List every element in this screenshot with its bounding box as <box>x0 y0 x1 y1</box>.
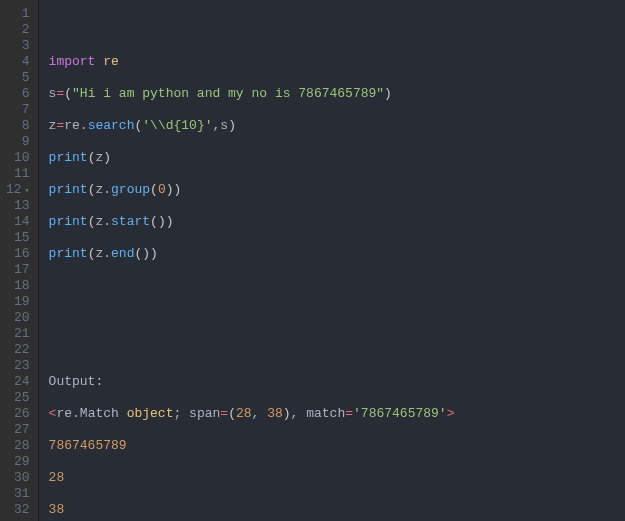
code-line[interactable]: print(z.start()) <box>49 214 625 230</box>
code-line[interactable] <box>49 342 625 358</box>
line-number: 10 <box>6 150 30 166</box>
line-number: 23 <box>6 358 30 374</box>
code-line[interactable]: print(z) <box>49 150 625 166</box>
line-number: 7 <box>6 102 30 118</box>
line-number: 11 <box>6 166 30 182</box>
line-number: 3 <box>6 38 30 54</box>
line-number: 28 <box>6 438 30 454</box>
line-number: 20 <box>6 310 30 326</box>
code-line[interactable] <box>49 310 625 326</box>
code-editor[interactable]: import re s=("Hi i am python and my no i… <box>39 0 625 521</box>
code-line[interactable] <box>49 22 625 38</box>
line-number: 6 <box>6 86 30 102</box>
line-number: 19 <box>6 294 30 310</box>
line-number: 4 <box>6 54 30 70</box>
line-number: 31 <box>6 486 30 502</box>
line-number: 16 <box>6 246 30 262</box>
fold-icon[interactable]: ▾ <box>22 183 30 199</box>
line-number: 15 <box>6 230 30 246</box>
line-number: 13 <box>6 198 30 214</box>
code-line[interactable]: s=("Hi i am python and my no is 78674657… <box>49 86 625 102</box>
line-number: 26 <box>6 406 30 422</box>
code-line[interactable]: import re <box>49 54 625 70</box>
line-number: 12▾ <box>6 182 30 198</box>
line-number: 14 <box>6 214 30 230</box>
line-number: 8 <box>6 118 30 134</box>
line-number: 5 <box>6 70 30 86</box>
line-number: 30 <box>6 470 30 486</box>
code-line[interactable]: Output: <box>49 374 625 390</box>
code-line[interactable]: 7867465789 <box>49 438 625 454</box>
code-line[interactable]: <re.Match object; span=(28, 38), match='… <box>49 406 625 422</box>
line-number: 9 <box>6 134 30 150</box>
code-line[interactable]: 28 <box>49 470 625 486</box>
code-line[interactable]: z=re.search('\\d{10}',s) <box>49 118 625 134</box>
code-line[interactable] <box>49 278 625 294</box>
line-number: 22 <box>6 342 30 358</box>
line-number-gutter: 1 2 3 4 5 6 7 8 9 10 11 12▾ 13 14 15 16 … <box>0 0 39 521</box>
line-number: 2 <box>6 22 30 38</box>
code-line[interactable]: print(z.end()) <box>49 246 625 262</box>
line-number: 17 <box>6 262 30 278</box>
code-line[interactable]: print(z.group(0)) <box>49 182 625 198</box>
line-number: 21 <box>6 326 30 342</box>
line-number: 27 <box>6 422 30 438</box>
code-line[interactable]: 38 <box>49 502 625 518</box>
line-number: 25 <box>6 390 30 406</box>
line-number: 18 <box>6 278 30 294</box>
line-number: 32 <box>6 502 30 518</box>
line-number: 29 <box>6 454 30 470</box>
line-number: 1 <box>6 6 30 22</box>
line-number: 24 <box>6 374 30 390</box>
